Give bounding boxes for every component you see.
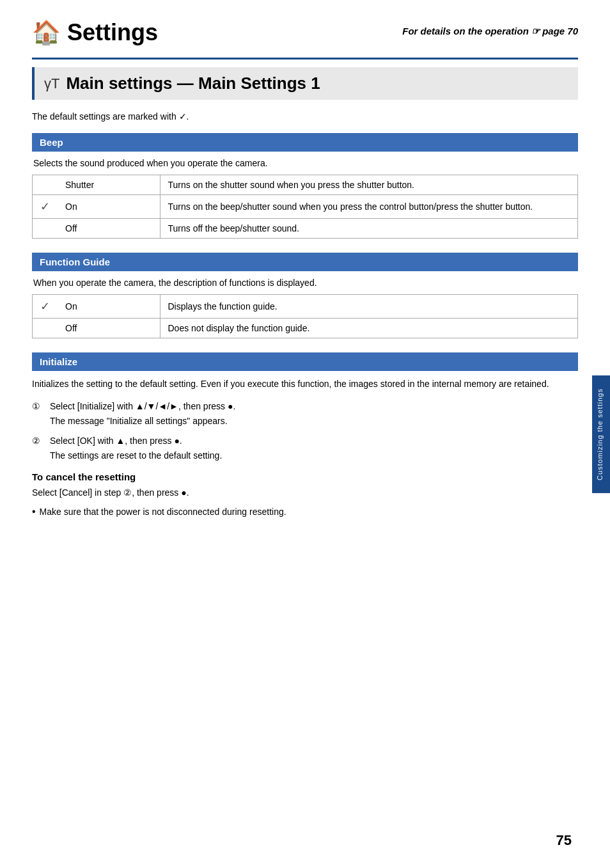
option-cell: On: [58, 195, 160, 219]
step-sub-1: The message "Initialize all settings" ap…: [50, 414, 578, 428]
cancel-heading: To cancel the resetting: [32, 471, 578, 482]
list-item: ① Select [Initialize] with ▲/▼/◄/►, then…: [32, 400, 578, 428]
option-cell: Shutter: [58, 175, 160, 195]
bullet-note: • Make sure that the power is not discon…: [32, 507, 578, 517]
settings-title: Settings: [67, 19, 158, 46]
settings-icon: 🏠: [32, 21, 61, 44]
function-guide-section: Function Guide When you operate the came…: [32, 253, 578, 338]
step-list: ① Select [Initialize] with ▲/▼/◄/►, then…: [32, 400, 578, 462]
table-row: ✓ On Turns on the beep/shutter sound whe…: [33, 195, 578, 219]
beep-table: Shutter Turns on the shutter sound when …: [32, 175, 578, 239]
initialize-header-label: Initialize: [40, 356, 77, 367]
main-section-text: Main settings — Main Settings 1: [66, 74, 320, 93]
initialize-description: Initializes the setting to the default s…: [32, 377, 578, 391]
cancel-text: Select [Cancel] in step ②, then press ●.: [32, 487, 578, 498]
initialize-section: Initialize Initializes the setting to th…: [32, 352, 578, 517]
bullet-icon: •: [32, 507, 36, 517]
page-number: 75: [556, 832, 572, 849]
list-item: ② Select [OK] with ▲, then press ●. The …: [32, 434, 578, 462]
table-row: ✓ On Displays the function guide.: [33, 295, 578, 319]
beep-header: Beep: [32, 133, 578, 152]
function-guide-description: When you operate the camera, the descrip…: [32, 278, 578, 288]
check-cell: [33, 175, 58, 195]
beep-description: Selects the sound produced when you oper…: [32, 158, 578, 168]
beep-section: Beep Selects the sound produced when you…: [32, 133, 578, 239]
desc-cell: Turns off the beep/shutter sound.: [160, 219, 578, 239]
page-wrapper: 🏠 Settings For details on the operation …: [0, 0, 610, 868]
step-number-2: ②: [32, 434, 45, 448]
step-main-1: Select [Initialize] with ▲/▼/◄/►, then p…: [50, 401, 235, 411]
header-title-group: 🏠 Settings: [32, 19, 158, 46]
desc-cell: Turns on the beep/shutter sound when you…: [160, 195, 578, 219]
function-guide-table: ✓ On Displays the function guide. Off Do…: [32, 294, 578, 338]
table-row: Shutter Turns on the shutter sound when …: [33, 175, 578, 195]
function-guide-header-label: Function Guide: [40, 256, 110, 267]
check-cell: ✓: [33, 195, 58, 219]
check-cell: [33, 319, 58, 338]
desc-cell: Displays the function guide.: [160, 295, 578, 319]
top-rule: [32, 58, 578, 59]
function-guide-header: Function Guide: [32, 253, 578, 271]
page-header: 🏠 Settings For details on the operation …: [32, 19, 578, 46]
step-content-2: Select [OK] with ▲, then press ●. The se…: [50, 434, 578, 462]
option-cell: Off: [58, 319, 160, 338]
beep-header-label: Beep: [40, 137, 63, 148]
initialize-header: Initialize: [32, 352, 578, 371]
side-tab: Customizing the settings: [592, 375, 610, 493]
step-sub-2: The settings are reset to the default se…: [50, 449, 578, 462]
table-row: Off Turns off the beep/shutter sound.: [33, 219, 578, 239]
step-content-1: Select [Initialize] with ▲/▼/◄/►, then p…: [50, 400, 578, 428]
check-cell: [33, 219, 58, 239]
option-cell: On: [58, 295, 160, 319]
checkmark-icon: ✓: [40, 300, 50, 313]
side-tab-text: Customizing the settings: [596, 388, 604, 480]
default-note-text: The default settings are marked with ✓.: [32, 111, 189, 122]
main-section-title-bar: γT Main settings — Main Settings 1: [32, 67, 578, 100]
default-note: The default settings are marked with ✓.: [32, 111, 578, 122]
option-cell: Off: [58, 219, 160, 239]
main-section-icon: γT: [44, 75, 59, 92]
header-reference: For details on the operation ☞ page 70: [402, 26, 578, 37]
step-main-2: Select [OK] with ▲, then press ●.: [50, 436, 182, 446]
step-number-1: ①: [32, 400, 45, 413]
desc-cell: Turns on the shutter sound when you pres…: [160, 175, 578, 195]
checkmark-icon: ✓: [40, 200, 50, 213]
desc-cell: Does not display the function guide.: [160, 319, 578, 338]
bullet-note-text: Make sure that the power is not disconne…: [40, 507, 286, 517]
table-row: Off Does not display the function guide.: [33, 319, 578, 338]
check-cell: ✓: [33, 295, 58, 319]
